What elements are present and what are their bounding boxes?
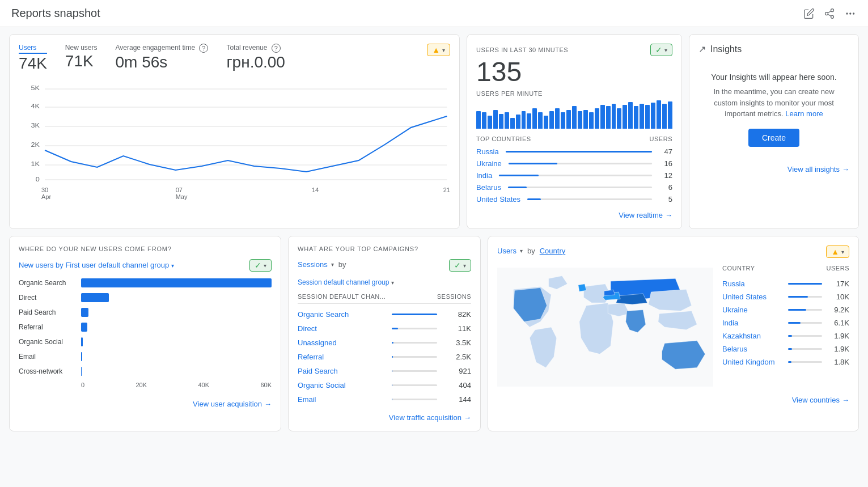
- campaign-name[interactable]: Email: [298, 395, 385, 404]
- geo-country-name[interactable]: Kazakhstan: [722, 332, 781, 340]
- country-count: 47: [659, 147, 672, 156]
- geo-country-name[interactable]: United States: [722, 293, 781, 301]
- acquisition-dim-link[interactable]: First user default channel group: [65, 261, 169, 269]
- geo-country-name[interactable]: Belarus: [722, 345, 781, 353]
- acquisition-x-axis: 020K40K60K: [19, 382, 272, 388]
- svg-point-2: [831, 15, 834, 18]
- channel-bar: [81, 308, 88, 317]
- more-icon[interactable]: [843, 7, 857, 20]
- metrics-header: Users 74K New users 71K Average engageme…: [19, 44, 450, 78]
- campaign-name[interactable]: Paid Search: [298, 367, 385, 375]
- country-bar-wrap: [527, 198, 652, 200]
- per-minute-bar: [600, 105, 605, 129]
- campaigns-sub-header: Sessions ▾ by: [298, 260, 347, 269]
- total-revenue-info-icon[interactable]: ?: [272, 44, 281, 53]
- campaign-bar: [392, 370, 392, 372]
- sessions-col-label: SESSIONS: [437, 293, 471, 300]
- geo-country-name[interactable]: Ukraine: [722, 306, 781, 314]
- channel-label: Paid Search: [19, 308, 81, 316]
- bottom-row: WHERE DO YOUR NEW USERS COME FROM? New u…: [9, 236, 859, 431]
- realtime-status-badge[interactable]: ✓ ▾: [650, 44, 672, 56]
- new-users-metric: New users 71K: [65, 44, 98, 71]
- geo-country-bar-wrap: [788, 348, 822, 350]
- insights-body-text: In the meantime, you can create new cust…: [703, 86, 845, 120]
- per-minute-bar: [651, 103, 655, 129]
- campaigns-col-header: SESSION DEFAULT CHAN... SESSIONS: [298, 293, 471, 304]
- country-bar: [527, 198, 541, 200]
- geo-country-name[interactable]: United Kingdom: [722, 358, 781, 366]
- view-realtime-link[interactable]: View realtime →: [476, 211, 672, 219]
- users-chart: 5K 4K 3K 2K 1K 0: [19, 82, 450, 184]
- new-users-label: New users: [65, 44, 98, 52]
- geo-warning-dropdown: ▾: [841, 249, 844, 255]
- campaign-row: Email 144: [298, 392, 471, 406]
- country-name-link[interactable]: United States: [476, 195, 520, 204]
- campaign-name[interactable]: Organic Social: [298, 381, 385, 389]
- geo-country-bar-wrap: [788, 335, 822, 337]
- edit-icon[interactable]: [802, 7, 816, 20]
- geo-country-name[interactable]: Russia: [722, 280, 781, 288]
- campaign-name[interactable]: Organic Search: [298, 310, 385, 319]
- insights-title: Insights: [710, 44, 742, 54]
- users-label[interactable]: Users: [19, 44, 47, 54]
- sessions-dropdown[interactable]: ▾: [331, 261, 334, 268]
- geo-country-value: 10K: [829, 293, 849, 301]
- campaign-name[interactable]: Direct: [298, 324, 385, 333]
- view-user-acquisition-link[interactable]: View user acquisition →: [19, 400, 272, 408]
- per-minute-bar: [645, 105, 650, 129]
- geo-country-bar: [788, 309, 806, 311]
- sessions-label[interactable]: Sessions: [298, 260, 328, 269]
- geo-country-value: 6.1K: [829, 319, 849, 327]
- realtime-section-label: USERS IN LAST 30 MINUTES: [476, 46, 568, 53]
- campaign-name[interactable]: Referral: [298, 353, 385, 361]
- realtime-country-row: Russia 47: [476, 146, 672, 158]
- share-icon[interactable]: [823, 7, 836, 20]
- create-insights-button[interactable]: Create: [748, 129, 799, 147]
- geo-metric-label[interactable]: Users: [497, 247, 516, 255]
- geo-warning-badge[interactable]: ▲ ▾: [826, 245, 849, 258]
- country-name-link[interactable]: Belarus: [476, 183, 501, 192]
- country-name-link[interactable]: Ukraine: [476, 159, 502, 168]
- per-minute-bar: [476, 111, 481, 129]
- per-minute-bar: [640, 104, 644, 129]
- total-revenue-metric: Total revenue ? грн.0.00: [226, 44, 285, 72]
- campaign-row: Referral 2.5K: [298, 350, 471, 364]
- view-countries-link[interactable]: View countries →: [497, 396, 849, 404]
- country-bar-wrap: [509, 163, 652, 164]
- view-all-insights-link[interactable]: View all insights →: [698, 165, 849, 173]
- campaigns-status-badge[interactable]: ✓ ▾: [449, 259, 471, 272]
- campaign-bar-wrap: [392, 399, 437, 400]
- top-row: Users 74K New users 71K Average engageme…: [9, 34, 859, 229]
- channel-label: Cross-network: [19, 367, 81, 375]
- country-name-link[interactable]: Russia: [476, 147, 499, 156]
- per-minute-bar: [583, 110, 588, 129]
- acquisition-dim-dropdown[interactable]: ▾: [171, 262, 174, 269]
- geo-country-name[interactable]: India: [722, 319, 781, 327]
- users-metric: Users 74K: [19, 44, 47, 73]
- geo-country-row: United States 10K: [722, 290, 849, 303]
- geo-country-row: Ukraine 9.2K: [722, 303, 849, 316]
- arrow-right-icon: →: [264, 400, 272, 408]
- geo-dim-label[interactable]: Country: [540, 247, 566, 255]
- realtime-header: USERS IN LAST 30 MINUTES ✓ ▾: [476, 44, 672, 56]
- check-icon: ✓: [255, 261, 261, 270]
- per-minute-bar: [488, 116, 492, 129]
- arrow-right-icon: →: [464, 413, 471, 422]
- campaign-name[interactable]: Unassigned: [298, 338, 385, 347]
- learn-more-link[interactable]: Learn more: [785, 109, 823, 118]
- view-traffic-acquisition-link[interactable]: View traffic acquisition →: [298, 413, 471, 422]
- geo-metric-dropdown[interactable]: ▾: [520, 248, 523, 254]
- realtime-countries-list: Russia 47 Ukraine 16 India 12 Belarus 6 …: [476, 146, 672, 205]
- country-name-link[interactable]: India: [476, 171, 492, 180]
- avg-engagement-info-icon[interactable]: ?: [199, 44, 208, 53]
- campaigns-dim-link[interactable]: Session default channel group ▾: [298, 278, 471, 286]
- warning-badge[interactable]: ▲ ▾: [427, 44, 450, 56]
- per-minute-bar: [510, 118, 515, 129]
- country-count: 16: [659, 159, 672, 168]
- campaign-row: Organic Social 404: [298, 378, 471, 392]
- per-minute-bar: [595, 108, 599, 129]
- acquisition-status-badge[interactable]: ✓ ▾: [249, 259, 272, 272]
- channel-bar: [81, 278, 272, 287]
- camp-dim-dropdown[interactable]: ▾: [391, 280, 394, 286]
- warning-icon: ▲: [831, 247, 839, 256]
